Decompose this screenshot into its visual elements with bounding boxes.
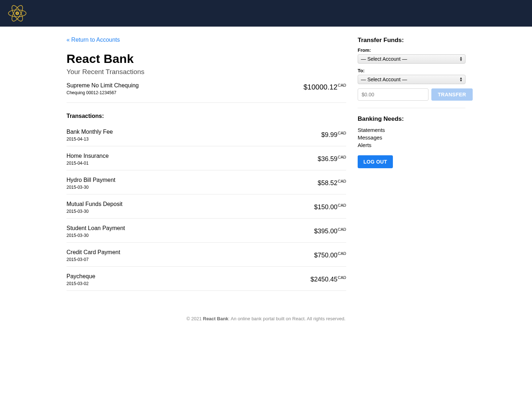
transaction-date: 2015-04-13 [66, 137, 113, 142]
transaction-amount: $750.00CAD [314, 249, 346, 259]
banking-needs-heading: Banking Needs: [358, 115, 466, 123]
transaction-date: 2015-03-30 [66, 233, 125, 238]
transfer-amount-input[interactable] [358, 88, 428, 101]
transaction-row: Hydro Bill Payment2015-03-30$58.52CAD [66, 170, 346, 194]
divider [358, 108, 466, 108]
account-name: Supreme No Limit Chequing [66, 82, 139, 89]
transaction-amount: $395.00CAD [314, 225, 346, 235]
to-label: To: [358, 68, 466, 73]
from-label: From: [358, 47, 466, 53]
transaction-row: Home Insurance2015-04-01$36.59CAD [66, 146, 346, 170]
logo-link[interactable]: $ [6, 3, 28, 24]
account-balance: $10000.12CAD [303, 82, 346, 91]
transaction-description: Paycheque [66, 273, 95, 280]
banking-need-item[interactable]: Alerts [358, 141, 466, 149]
banking-need-item[interactable]: Messages [358, 134, 466, 141]
transfer-button[interactable]: TRANSFER [431, 88, 473, 101]
transaction-date: 2015-03-07 [66, 257, 120, 262]
transaction-date: 2015-03-02 [66, 281, 95, 286]
transaction-description: Student Loan Payment [66, 225, 125, 231]
account-number: Chequing 00012-1234567 [66, 90, 139, 95]
transaction-description: Mutual Funds Deposit [66, 201, 123, 207]
transfer-heading: Transfer Funds: [358, 37, 466, 44]
top-bar: $ [0, 0, 532, 27]
transactions-list: Bank Monthly Fee2015-04-13$9.99CADHome I… [66, 122, 346, 291]
transaction-amount: $150.00CAD [314, 201, 346, 211]
transaction-amount: $58.52CAD [318, 177, 346, 187]
transaction-row: Student Loan Payment2015-03-30$395.00CAD [66, 219, 346, 243]
transaction-date: 2015-04-01 [66, 161, 109, 166]
page-subtitle: Your Recent Transactions [66, 68, 346, 76]
transaction-description: Bank Monthly Fee [66, 129, 113, 135]
transaction-amount: $2450.45CAD [311, 273, 346, 283]
footer: © 2021 React Bank: An online bank portal… [0, 305, 532, 336]
logout-button[interactable]: LOG OUT [358, 155, 393, 168]
transactions-heading: Transactions: [66, 113, 346, 119]
transaction-row: Bank Monthly Fee2015-04-13$9.99CAD [66, 122, 346, 146]
page-title: React Bank [66, 52, 346, 66]
return-to-accounts-link[interactable]: « Return to Accounts [66, 37, 120, 43]
atom-logo-icon: $ [7, 3, 27, 23]
banking-needs-list: StatementsMessagesAlerts [358, 126, 466, 149]
transaction-description: Hydro Bill Payment [66, 177, 115, 183]
banking-need-item[interactable]: Statements [358, 126, 466, 134]
transaction-date: 2015-03-30 [66, 185, 115, 190]
transaction-date: 2015-03-30 [66, 209, 123, 214]
transaction-description: Credit Card Payment [66, 249, 120, 256]
main-content: « Return to Accounts React Bank Your Rec… [66, 37, 348, 291]
transaction-amount: $36.59CAD [318, 153, 346, 163]
account-summary: Supreme No Limit Chequing Chequing 00012… [66, 82, 346, 103]
sidebar: Transfer Funds: From: — Select Account —… [358, 37, 466, 168]
transaction-description: Home Insurance [66, 153, 109, 159]
from-account-select[interactable]: — Select Account — [358, 54, 466, 64]
to-account-select[interactable]: — Select Account — [358, 75, 466, 84]
transaction-amount: $9.99CAD [321, 129, 346, 139]
transaction-row: Credit Card Payment2015-03-07$750.00CAD [66, 243, 346, 267]
transaction-row: Mutual Funds Deposit2015-03-30$150.00CAD [66, 194, 346, 219]
transaction-row: Paycheque2015-03-02$2450.45CAD [66, 267, 346, 291]
